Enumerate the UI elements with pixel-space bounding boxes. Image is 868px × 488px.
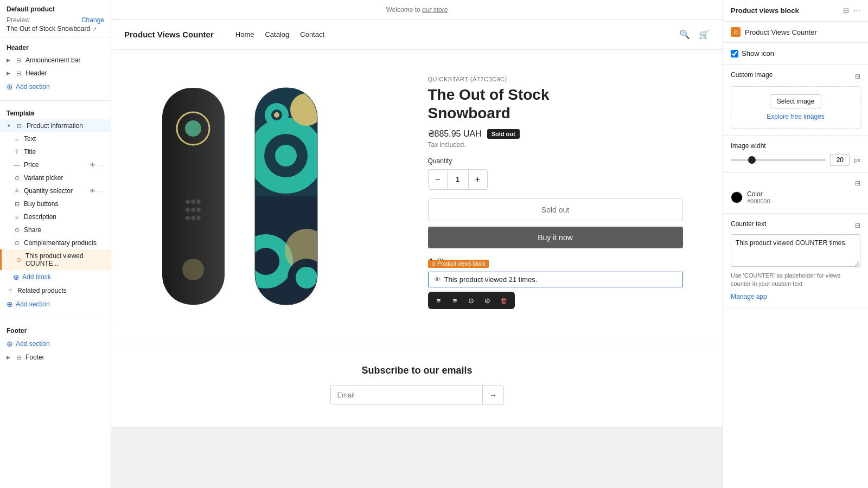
copy-icon[interactable]: ⊟ (843, 7, 849, 15)
product-name-row: The Out of Stock Snowboard ↗ (7, 25, 104, 33)
sidebar-item-description[interactable]: ≡ Description (0, 210, 111, 223)
plus-icon: ⊕ (13, 273, 20, 281)
toolbar-align-left[interactable]: ≡ (431, 294, 446, 307)
image-width-slider[interactable] (731, 159, 826, 161)
sidebar-item-views-counter[interactable]: ⊙ This product viewed COUNTE... (0, 249, 111, 270)
explore-images-link[interactable]: Explore free images (767, 113, 825, 120)
grid-icon: ⊟ (16, 122, 23, 130)
sidebar-item-title[interactable]: T Title (0, 145, 111, 158)
toolbar-unlink[interactable]: ⊘ (480, 294, 495, 307)
description-icon: ≡ (13, 213, 21, 221)
toolbar-link[interactable]: ⊙ (464, 294, 479, 307)
default-product-label: Default product (7, 5, 104, 13)
search-icon[interactable]: 🔍 (679, 29, 690, 40)
more-icon[interactable]: ⋯ (98, 188, 104, 195)
item-actions: 👁 ⋯ (90, 188, 104, 195)
plus-icon: ⊕ (7, 300, 13, 309)
sidebar-item-text[interactable]: ≡ Text (0, 132, 111, 145)
sidebar-item-product-information[interactable]: ▼ ⊟ Product information (0, 119, 111, 132)
sidebar-item-variant-picker[interactable]: ⊙ Variant picker (0, 171, 111, 184)
sidebar-item-buy-buttons[interactable]: ⊟ Buy buttons (0, 197, 111, 210)
product-title: The Out of Stock Snowboard (428, 86, 683, 122)
email-submit-button[interactable]: → (482, 386, 503, 404)
custom-image-dropzone: Select image Explore free images (731, 86, 860, 129)
add-section-button-template[interactable]: ⊕ Add section (0, 297, 111, 311)
subscribe-title: Subscribe to our emails (122, 365, 712, 376)
product-views-row[interactable]: 👁 This product viewed 21 times. (428, 272, 683, 287)
sidebar-item-share[interactable]: ⊙ Share (0, 223, 111, 236)
hide-icon[interactable]: 👁 (90, 188, 96, 195)
image-width-unit: px (854, 157, 860, 163)
change-link[interactable]: Change (81, 16, 104, 24)
email-input[interactable] (331, 386, 483, 404)
sidebar-item-label: Header (25, 69, 104, 77)
item-actions: 👁 ⋯ (90, 162, 104, 169)
quantity-increase-button[interactable]: + (469, 170, 487, 189)
sidebar-item-announcement-bar[interactable]: ▶ ⊟ Announcement bar (0, 54, 111, 67)
add-block-button[interactable]: ⊕ Add block (0, 270, 111, 284)
preview-row: Preview Change (7, 16, 104, 24)
select-image-button[interactable]: Select image (770, 94, 821, 108)
add-block-label: Add block (22, 273, 51, 281)
sidebar-item-label: Footer (25, 354, 104, 361)
buy-now-button[interactable]: Buy it now (428, 227, 683, 248)
sidebar-item-label: Quantity selector (24, 187, 86, 195)
plus-icon: ⊕ (7, 339, 13, 348)
sidebar-item-complementary[interactable]: ⊙ Complementary products (0, 236, 111, 249)
more-options-icon[interactable]: ⋯ (853, 7, 860, 15)
more-icon[interactable]: ⋯ (98, 162, 104, 169)
toolbar-align-center[interactable]: ≡ (448, 294, 463, 307)
svg-point-10 (191, 216, 195, 220)
store-nav: Product Views Counter Home Catalog Conta… (111, 20, 723, 50)
color-swatch[interactable] (731, 191, 743, 203)
show-icon-checkbox[interactable] (731, 50, 738, 57)
nav-link-home[interactable]: Home (235, 30, 254, 38)
app-name: Product Views Counter (745, 28, 817, 36)
image-width-slider-row: 20 px (731, 154, 860, 166)
svg-point-12 (182, 259, 204, 280)
custom-image-section: Custom image ⊟ Select image Explore free… (723, 65, 868, 136)
nav-link-catalog[interactable]: Catalog (265, 30, 289, 38)
external-link-icon[interactable]: ↗ (92, 26, 97, 32)
hide-icon[interactable]: 👁 (90, 162, 96, 169)
quantity-decrease-button[interactable]: − (429, 170, 447, 189)
sidebar-item-label: Product information (27, 122, 104, 130)
preview-area: Product Views Counter Home Catalog Conta… (111, 20, 723, 488)
sidebar-item-label: Price (24, 161, 86, 169)
add-section-label: Add section (16, 300, 50, 308)
sidebar-item-price[interactable]: — Price 👁 ⋯ (0, 158, 111, 171)
sidebar-item-header[interactable]: ▶ ⊟ Header (0, 67, 111, 80)
sidebar-item-label: Title (24, 148, 104, 156)
svg-point-7 (191, 208, 195, 212)
snowboard-colorful (244, 72, 328, 321)
show-icon-label: Show icon (742, 49, 774, 57)
show-icon-section: Show icon (723, 43, 868, 65)
cart-icon[interactable]: 🛒 (699, 29, 710, 40)
manage-app-link[interactable]: Manage app (731, 293, 860, 300)
title-icon: T (13, 148, 21, 156)
product-info: QUICKSTART (A77C3C9C) The Out of Stock S… (428, 72, 683, 321)
svg-point-4 (191, 200, 195, 204)
sidebar-item-label: Text (24, 135, 104, 143)
counter-text-section: Counter text ⊟ This product viewed COUNT… (723, 214, 868, 307)
chevron-icon: ▶ (7, 57, 10, 63)
variant-icon: ⊙ (13, 174, 21, 182)
color-info: Color #000000 (747, 190, 770, 204)
product-views-text: This product viewed 21 times. (444, 275, 538, 284)
sidebar-item-footer[interactable]: ▶ ⊟ Footer (0, 351, 111, 364)
sidebar-item-quantity-selector[interactable]: # Quantity selector 👁 ⋯ (0, 184, 111, 197)
nav-link-contact[interactable]: Contact (300, 30, 324, 38)
app-row: ⊙ Product Views Counter (723, 22, 868, 43)
views-toolbar: ≡ ≡ ⊙ ⊘ 🗑 (428, 292, 515, 309)
footer-section-title: Footer (0, 325, 111, 337)
color-section: ⊟ Color #000000 (723, 173, 868, 214)
add-section-button-footer[interactable]: ⊕ Add section (0, 337, 111, 351)
divider (0, 100, 111, 101)
product-price: ₴885.95 UAH (428, 129, 482, 139)
sidebar-item-related-products[interactable]: ≡ Related products (0, 284, 111, 297)
counter-text-textarea[interactable]: This product viewed COUNTER times. (731, 234, 860, 267)
toolbar-delete[interactable]: 🗑 (496, 294, 512, 307)
svg-point-2 (185, 120, 201, 137)
eye-icon: 👁 (434, 275, 441, 284)
add-section-button-header[interactable]: ⊕ Add section (0, 80, 111, 94)
